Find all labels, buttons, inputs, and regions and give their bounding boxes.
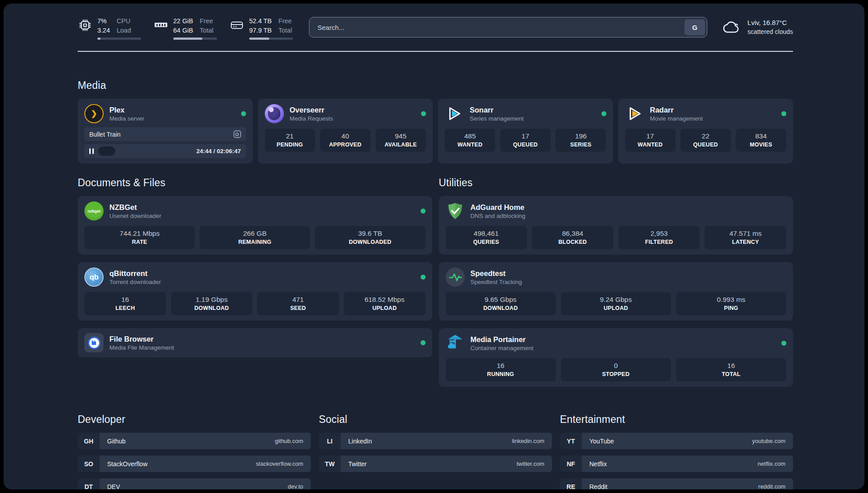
- ram-icon: [154, 18, 168, 33]
- ram-total-label: Total: [200, 26, 213, 35]
- search-engine-button[interactable]: G: [684, 19, 705, 35]
- status-dot: [421, 340, 426, 345]
- cpu-load-value: 3.24: [97, 26, 110, 35]
- ram-progress-bar: [173, 38, 217, 40]
- link-name: DEV: [107, 483, 120, 490]
- stat-pill: 16 RUNNING: [446, 358, 556, 381]
- app-subtitle: Torrent downloader: [109, 279, 161, 285]
- stat-pill: 266 GB REMAINING: [200, 226, 310, 249]
- stat-pill: 1.19 Gbps DOWNLOAD: [171, 292, 253, 315]
- status-dot: [241, 111, 246, 116]
- playback-progress-fill: [98, 146, 115, 156]
- link-name: Twitter: [348, 460, 367, 468]
- search-bar: G: [309, 17, 707, 38]
- app-subtitle: DNS and adblocking: [471, 213, 526, 219]
- disk-progress-fill: [249, 38, 269, 40]
- app-name: Overseerr: [290, 105, 334, 115]
- pause-icon[interactable]: [89, 148, 94, 154]
- status-dot: [421, 209, 426, 213]
- playback-progress-bar: [98, 144, 192, 158]
- status-dot: [421, 111, 426, 116]
- card-radarr[interactable]: Radarr Movie management 17 WANTED 22 QUE…: [618, 99, 793, 163]
- stat-pill: 196 SERIES: [555, 129, 606, 152]
- link-prefix: SO: [78, 455, 100, 472]
- system-stats: 7% 3.24 CPU Load: [78, 17, 293, 40]
- sonarr-icon: [445, 104, 464, 123]
- link-youtube[interactable]: YT YouTube youtube.com: [560, 433, 793, 449]
- card-adguard-home[interactable]: AdGuard Home DNS and adblocking 498,461 …: [439, 196, 793, 255]
- stat-pill: 744.21 Mbps RATE: [84, 226, 195, 249]
- stat-pill: 471 SEED: [257, 292, 339, 315]
- filebrowser-icon: [84, 333, 104, 352]
- cpu-usage-label: CPU: [117, 17, 131, 25]
- ram-total-value: 64 GiB: [173, 26, 193, 35]
- app-name: Sonarr: [470, 105, 524, 115]
- overseerr-icon: [265, 104, 284, 123]
- link-reddit[interactable]: RE Reddit reddit.com: [560, 478, 793, 489]
- app-subtitle: Usenet downloader: [109, 213, 161, 219]
- stat-pill: 618.52 Mbps UPLOAD: [344, 292, 426, 315]
- link-name: YouTube: [589, 438, 614, 445]
- ram-free-label: Free: [200, 17, 213, 25]
- stat-pill: 17 QUEUED: [500, 129, 551, 152]
- portainer-icon: [446, 334, 465, 353]
- app-subtitle: Movie management: [650, 115, 703, 122]
- disk-stat: 52.4 TB 97.9 TB Free Total: [230, 17, 293, 40]
- stat-pill: 9.24 Gbps UPLOAD: [561, 292, 671, 315]
- link-stackoverflow[interactable]: SO StackOverflow stackoverflow.com: [78, 455, 311, 472]
- now-playing-title: Bullet Train: [89, 131, 121, 138]
- section-developer: Developer GH Github github.com SO StackO…: [78, 414, 311, 489]
- stat-pill: 9.65 Gbps DOWNLOAD: [446, 292, 556, 315]
- card-media-portainer[interactable]: Media Portainer Container management 16 …: [439, 328, 793, 387]
- link-name: StackOverflow: [107, 460, 147, 468]
- section-title-utilities: Utilities: [439, 177, 793, 189]
- link-github[interactable]: GH Github github.com: [78, 433, 311, 449]
- link-url: github.com: [275, 438, 303, 444]
- link-prefix: DT: [78, 478, 100, 489]
- app-subtitle: Media File Management: [109, 344, 174, 351]
- link-twitter[interactable]: TW Twitter twitter.com: [319, 455, 552, 472]
- stat-pill: 21 PENDING: [265, 129, 315, 152]
- app-name: Speedtest: [471, 269, 522, 278]
- section-media: Media ❯ Plex Media server Bullet Train: [78, 79, 793, 163]
- link-url: netflix.com: [758, 460, 785, 467]
- section-social: Social LI LinkedIn linkedin.com TW Twitt…: [319, 414, 552, 489]
- link-prefix: LI: [319, 433, 341, 449]
- card-speedtest[interactable]: Speedtest Speedtest Tracking 9.65 Gbps D…: [439, 262, 793, 321]
- card-nzbget[interactable]: nzbget NZBGet Usenet downloader 744.21 M…: [78, 196, 432, 255]
- link-url: dev.to: [288, 483, 303, 489]
- link-linkedin[interactable]: LI LinkedIn linkedin.com: [319, 433, 552, 449]
- card-file-browser[interactable]: File Browser Media File Management: [78, 328, 432, 357]
- app-subtitle: Speedtest Tracking: [471, 279, 522, 285]
- speedtest-icon: [446, 267, 465, 287]
- stat-pill: 485 WANTED: [445, 129, 495, 152]
- link-name: Netflix: [589, 460, 607, 468]
- app-subtitle: Media Requests: [290, 115, 334, 122]
- link-netflix[interactable]: NF Netflix netflix.com: [560, 455, 793, 472]
- card-qbittorrent[interactable]: qb qBittorrent Torrent downloader 16 LEE…: [78, 262, 432, 321]
- search-input[interactable]: [309, 17, 707, 38]
- memory-stat: 22 GiB 64 GiB Free Total: [154, 17, 217, 40]
- section-title-developer: Developer: [78, 414, 311, 426]
- link-url: twitter.com: [517, 460, 544, 467]
- disk-free-value: 52.4 TB: [249, 17, 272, 25]
- card-plex[interactable]: ❯ Plex Media server Bullet Train: [78, 99, 253, 163]
- status-dot: [601, 111, 606, 116]
- card-sonarr[interactable]: Sonarr Series management 485 WANTED 17 Q…: [438, 99, 613, 163]
- app-name: NZBGet: [109, 203, 161, 212]
- app-name: Plex: [109, 105, 144, 115]
- link-prefix: YT: [560, 433, 582, 449]
- cpu-load-label: Load: [117, 26, 131, 35]
- adguard-icon: [446, 201, 465, 221]
- link-dev[interactable]: DT DEV dev.to: [78, 478, 311, 489]
- card-overseerr[interactable]: Overseerr Media Requests 21 PENDING 40 A…: [258, 99, 433, 163]
- app-name: Radarr: [650, 105, 703, 115]
- link-url: stackoverflow.com: [256, 460, 303, 467]
- cpu-progress-bar: [97, 38, 141, 40]
- stat-pill: 0.993 ms PING: [676, 292, 786, 315]
- link-prefix: NF: [560, 455, 582, 472]
- disk-free-label: Free: [279, 17, 292, 25]
- qbittorrent-icon: qb: [84, 267, 104, 287]
- camera-icon: [234, 130, 241, 138]
- section-title-media: Media: [78, 79, 793, 92]
